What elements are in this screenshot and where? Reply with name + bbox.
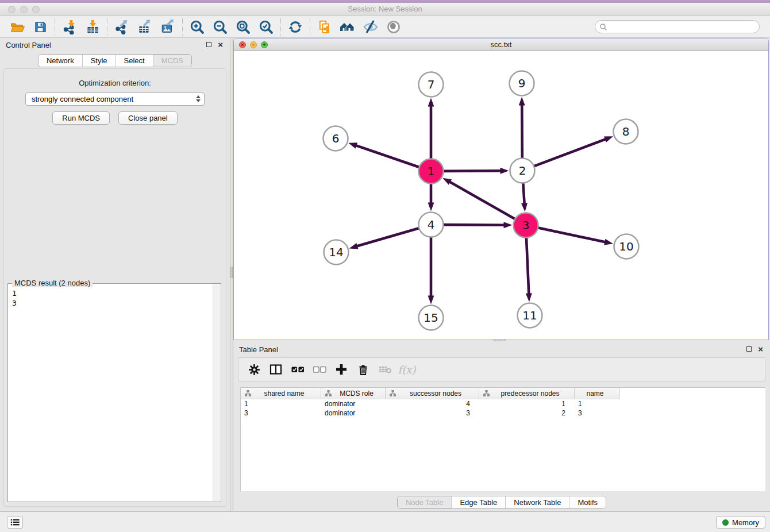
column-header-MCDS-role[interactable]: MCDS role — [321, 388, 386, 399]
graph-node-9[interactable]: 9 — [510, 71, 534, 96]
import-table-button[interactable] — [81, 17, 104, 37]
graph-edge-2-9[interactable] — [519, 97, 525, 160]
graph-edge-1-2[interactable] — [441, 168, 509, 174]
column-settings-button[interactable] — [243, 359, 265, 380]
graph-edge-3-1[interactable] — [442, 178, 517, 220]
close-panel-button[interactable]: Close panel — [118, 111, 178, 125]
show-all-button[interactable] — [382, 17, 405, 37]
tab-mcds[interactable]: MCDS — [153, 55, 191, 67]
function-builder-button[interactable]: f(x) — [396, 359, 418, 380]
tab-select[interactable]: Select — [116, 55, 153, 67]
graph-edge-4-15[interactable] — [428, 236, 434, 304]
maximize-network-button[interactable]: + — [261, 41, 268, 48]
close-table-panel-icon[interactable]: × — [758, 346, 763, 352]
tab-style[interactable]: Style — [82, 55, 116, 67]
graph-node-14[interactable]: 14 — [324, 240, 349, 265]
graph-node-6[interactable]: 6 — [324, 126, 348, 151]
close-panel-icon[interactable]: × — [218, 41, 223, 48]
graph-node-7[interactable]: 7 — [419, 72, 444, 97]
zoom-selected-button[interactable] — [255, 17, 278, 37]
graph-node-3[interactable]: 3 — [514, 213, 538, 238]
network-window-titlebar[interactable]: × − + scc.txt — [234, 38, 768, 51]
unselect-all-columns-button[interactable] — [309, 359, 330, 380]
minimize-network-button[interactable]: − — [250, 41, 257, 48]
select-all-columns-button[interactable] — [287, 359, 309, 380]
graph-node-10[interactable]: 10 — [614, 234, 639, 259]
tab-network[interactable]: Network — [38, 55, 82, 67]
import-network-button[interactable] — [58, 17, 81, 37]
table-cell[interactable]: 1 — [575, 400, 619, 408]
mcds-tab-content: Optimization criterion: strongly connect… — [3, 68, 226, 507]
table-cell[interactable]: 2 — [479, 409, 575, 417]
open-session-button[interactable] — [6, 17, 29, 37]
graph-node-8[interactable]: 8 — [614, 119, 638, 144]
table-cell[interactable]: 4 — [386, 400, 479, 408]
optimization-criterion-dropdown[interactable]: strongly connected component — [25, 92, 205, 106]
table-tab-network-table[interactable]: Network Table — [505, 496, 569, 508]
graph-node-2[interactable]: 2 — [510, 159, 535, 183]
zoom-fit-button[interactable] — [232, 17, 255, 37]
table-tab-edge-table[interactable]: Edge Table — [451, 496, 505, 508]
float-panel-icon[interactable] — [206, 42, 211, 47]
apply-preferred-layout-button[interactable] — [284, 17, 307, 37]
table-cell[interactable]: 3 — [386, 409, 479, 417]
horizontal-splitter-grip[interactable] — [493, 339, 506, 341]
minimize-window-button[interactable] — [20, 6, 28, 13]
table-cell[interactable]: 1 — [479, 400, 575, 408]
delete-table-button[interactable] — [374, 359, 396, 380]
save-session-button[interactable] — [29, 17, 52, 37]
zoom-window-button[interactable] — [32, 6, 40, 13]
graph-edge-3-11[interactable] — [526, 236, 532, 302]
graph-edge-4-3[interactable] — [441, 222, 512, 228]
graph-node-1[interactable]: 1 — [419, 159, 444, 184]
svg-text:14: 14 — [329, 245, 343, 259]
close-window-button[interactable] — [8, 6, 16, 13]
graph-node-4[interactable]: 4 — [419, 213, 444, 237]
export-network-button[interactable] — [110, 17, 133, 37]
network-canvas[interactable]: 1234678910111415 — [234, 51, 768, 340]
close-network-button[interactable]: × — [239, 41, 246, 48]
run-mcds-button[interactable]: Run MCDS — [52, 111, 110, 125]
network-graph[interactable]: 1234678910111415 — [234, 51, 768, 340]
column-header-successor-nodes[interactable]: successor nodes — [386, 388, 479, 399]
graph-edge-1-4[interactable] — [428, 182, 434, 211]
new-network-from-selection-button[interactable] — [313, 17, 336, 37]
graph-edge-3-10[interactable] — [536, 228, 613, 245]
export-image-button[interactable] — [156, 17, 179, 37]
search-input[interactable] — [607, 22, 755, 31]
table-cell[interactable]: 3 — [575, 409, 619, 417]
memory-button[interactable]: Memory — [716, 516, 765, 529]
table-cell[interactable]: dominator — [321, 409, 386, 417]
zoom-in-button[interactable] — [186, 17, 209, 37]
graph-edge-2-8[interactable] — [532, 136, 613, 167]
graph-edge-1-7[interactable] — [428, 98, 434, 161]
hide-selected-button[interactable] — [359, 17, 382, 37]
table-cell[interactable]: dominator — [321, 400, 386, 408]
show-column-button[interactable] — [265, 359, 287, 380]
show-panels-button[interactable] — [7, 516, 23, 529]
column-header-shared-name[interactable]: shared name — [241, 388, 321, 399]
float-table-panel-icon[interactable] — [746, 346, 752, 352]
table-cell[interactable]: 1 — [241, 400, 321, 408]
table-row[interactable]: 3dominator323 — [241, 408, 765, 418]
splitter-grip[interactable] — [230, 267, 233, 278]
column-header-name[interactable]: name — [575, 388, 619, 399]
search-box[interactable] — [595, 20, 760, 33]
node-table[interactable]: shared nameMCDS rolesuccessor nodesprede… — [240, 387, 765, 491]
column-header-predecessor-nodes[interactable]: predecessor nodes — [479, 388, 575, 399]
graph-edge-2-3[interactable] — [521, 181, 528, 211]
create-column-button[interactable] — [330, 359, 352, 380]
table-tab-node-table[interactable]: Node Table — [398, 496, 452, 508]
graph-node-11[interactable]: 11 — [518, 303, 542, 328]
table-row[interactable]: 1dominator411 — [241, 399, 765, 408]
export-table-button[interactable] — [133, 17, 156, 37]
graph-edge-1-6[interactable] — [348, 142, 421, 168]
table-tab-motifs[interactable]: Motifs — [569, 496, 606, 508]
first-neighbors-button[interactable] — [336, 17, 359, 37]
graph-edge-4-14[interactable] — [349, 228, 421, 249]
result-scrollbar[interactable] — [213, 284, 220, 501]
graph-node-15[interactable]: 15 — [419, 306, 444, 330]
delete-columns-button[interactable] — [352, 359, 374, 380]
zoom-out-button[interactable] — [209, 17, 232, 37]
table-cell[interactable]: 3 — [241, 409, 321, 417]
